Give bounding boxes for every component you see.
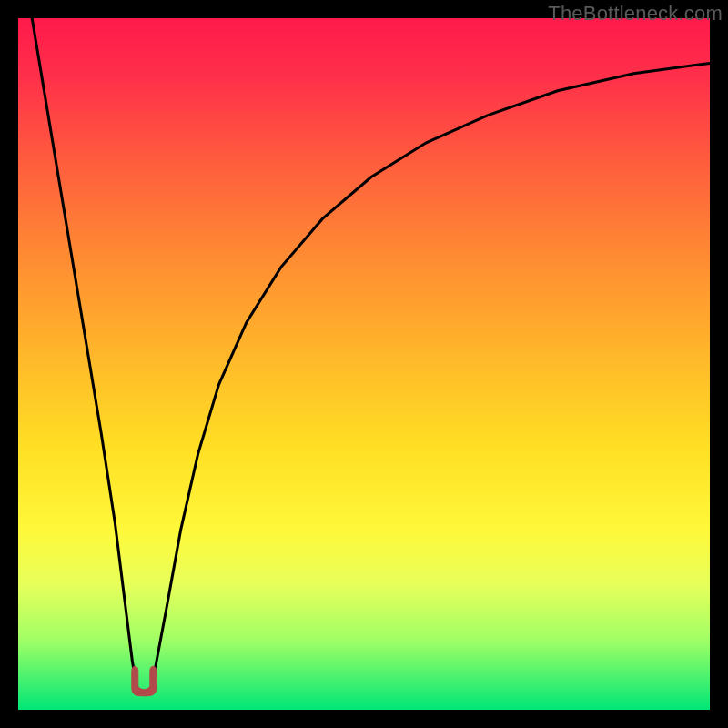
chart-plot-area: [18, 18, 710, 710]
watermark-label: TheBottleneck.com: [548, 2, 723, 25]
chart-frame: TheBottleneck.com: [0, 0, 728, 728]
curve-right-branch: [151, 63, 710, 689]
trough-marker-icon: [132, 666, 157, 696]
chart-curve-layer: [18, 18, 710, 710]
curve-left-branch: [32, 18, 137, 689]
